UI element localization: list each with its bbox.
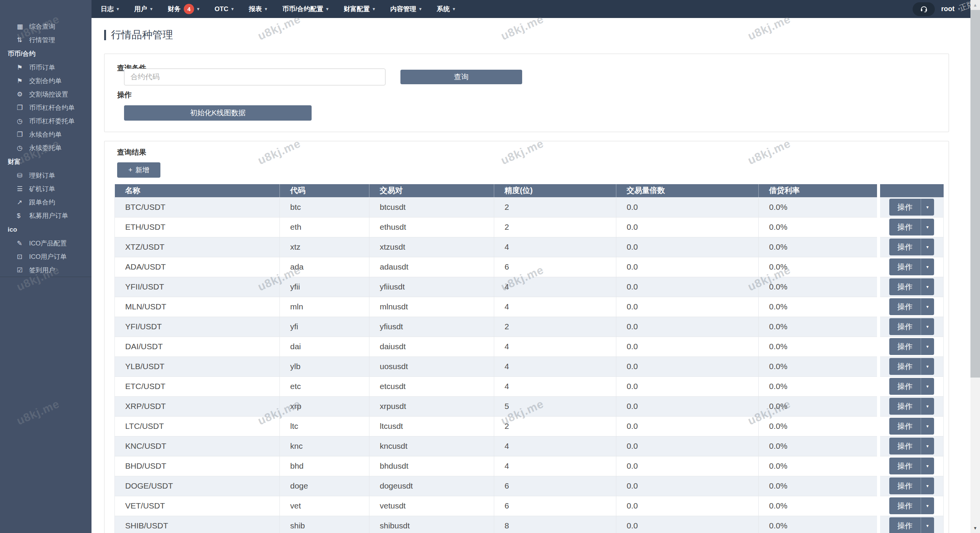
share-icon: ↗ [17,198,29,206]
navbar-menu-item[interactable]: 财富配置▾ [336,0,383,18]
row-action-button[interactable]: 操作 [889,497,921,514]
row-action-dropdown-button[interactable]: ▾ [921,438,934,455]
row-action-button[interactable]: 操作 [889,418,921,435]
chevron-down-icon: ▾ [265,7,267,11]
table-cell: xrp [280,396,369,416]
row-action-dropdown-button[interactable]: ▾ [921,258,934,275]
init-kline-button[interactable]: 初始化K线图数据 [124,105,312,121]
sidebar-item[interactable]: ⚙交割场控设置 [0,88,91,101]
scrollbar-thumb[interactable] [970,10,980,378]
sidebar-item[interactable]: ⊡ICO用户订单 [0,250,91,263]
navbar-menu-item[interactable]: 内容管理▾ [382,0,429,18]
row-actions-cell: 操作▾ [879,516,944,533]
table-cell: ADA/USDT [115,257,280,277]
navbar-menu-item[interactable]: 用户▾ [127,0,160,18]
sidebar-item[interactable]: ◷永续委托单 [0,141,91,155]
table-cell: ada [280,257,369,277]
row-action-dropdown-button[interactable]: ▾ [921,298,934,315]
sidebar-item[interactable]: ☑签到用户 [0,263,91,277]
chevron-down-icon: ▾ [926,324,929,329]
sidebar-item[interactable]: ⛁理财订单 [0,169,91,182]
add-button-label: 新增 [136,165,149,175]
sidebar-item[interactable]: ☰矿机订单 [0,182,91,196]
row-action-button[interactable]: 操作 [889,318,921,335]
row-action-dropdown-button[interactable]: ▾ [921,219,934,235]
navbar-menu-item[interactable]: 系统▾ [429,0,463,18]
sidebar-item-label: 币币杠杆委托单 [29,117,75,126]
navbar-menu-item[interactable]: 币币/合约配置▾ [275,0,336,18]
table-cell: etcusdt [369,376,494,396]
clipboard-gear-icon: ⚙ [17,90,29,98]
navbar-menu-item[interactable]: 报表▾ [241,0,275,18]
sidebar-item[interactable]: ⚑交割合约单 [0,74,91,88]
sidebar-item-label: ICO产品配置 [29,239,67,248]
row-action-dropdown-button[interactable]: ▾ [921,338,934,355]
row-action-button[interactable]: 操作 [889,438,921,455]
row-action-dropdown-button[interactable]: ▾ [921,517,934,533]
sidebar-section-header: ico [0,222,91,237]
column-header: 借贷利率 [759,184,879,197]
row-action-button[interactable]: 操作 [889,239,921,255]
row-action-dropdown-button[interactable]: ▾ [921,239,934,255]
sidebar-item[interactable]: ✎ICO产品配置 [0,237,91,250]
sidebar-item[interactable]: ❐币币杠杆合约单 [0,101,91,114]
row-action-button[interactable]: 操作 [889,398,921,415]
row-action-dropdown-button[interactable]: ▾ [921,199,934,216]
row-action-dropdown-button[interactable]: ▾ [921,458,934,474]
navbar-menu-label: 财务 [168,5,181,13]
sidebar-item[interactable]: ❐永续合约单 [0,128,91,141]
row-action-button[interactable]: 操作 [889,258,921,275]
support-button[interactable] [913,2,935,16]
row-action-dropdown-button[interactable]: ▾ [921,497,934,514]
table-cell: YFII/USDT [115,277,280,297]
user-menu[interactable]: root ▾ [941,5,960,13]
sidebar-item[interactable]: ◷币币杠杆委托单 [0,114,91,128]
sidebar-item[interactable]: ↗跟单合约 [0,196,91,209]
row-action-button[interactable]: 操作 [889,298,921,315]
row-action-button[interactable]: 操作 [889,458,921,474]
row-action-button[interactable]: 操作 [889,477,921,494]
row-actions-cell: 操作▾ [879,476,944,496]
table-cell: KNC/USDT [115,436,280,456]
search-button[interactable]: 查询 [400,70,522,84]
row-action-button[interactable]: 操作 [889,358,921,375]
add-button[interactable]: + 新增 [117,162,160,178]
row-action-button[interactable]: 操作 [889,199,921,216]
table-cell: shibusdt [369,516,494,533]
navbar-menu-item[interactable]: OTC▾ [207,0,241,18]
row-action-dropdown-button[interactable]: ▾ [921,278,934,295]
row-action-button[interactable]: 操作 [889,278,921,295]
row-action-dropdown-button[interactable]: ▾ [921,398,934,415]
plus-icon: + [128,166,132,174]
table-cell: 0.0 [616,516,759,533]
row-action-button[interactable]: 操作 [889,378,921,395]
table-cell: xrpusdt [369,396,494,416]
grid-icon: ▦ [17,23,29,31]
row-action-dropdown-button[interactable]: ▾ [921,418,934,435]
table-cell: 0.0% [759,376,879,396]
row-action-dropdown-button[interactable]: ▾ [921,358,934,375]
scrollbar[interactable]: ▲ ▼ [970,0,980,533]
row-action-dropdown-button[interactable]: ▾ [921,318,934,335]
scrollbar-up-button[interactable]: ▲ [970,0,980,10]
row-action-dropdown-button[interactable]: ▾ [921,477,934,494]
row-actions-cell: 操作▾ [879,297,944,317]
navbar-menu-item[interactable]: 财务4▾ [160,0,207,18]
sidebar-item[interactable]: $私募用户订单 [0,209,91,222]
table-cell: 4 [494,277,616,297]
monitor-icon: ⊡ [17,253,29,261]
row-action-button[interactable]: 操作 [889,338,921,355]
navbar-menu-item[interactable]: 日志▾ [93,0,127,18]
query-panel: 查询条件 查询 操作 初始化K线图数据 [104,54,949,132]
row-action-button[interactable]: 操作 [889,517,921,533]
row-action-button[interactable]: 操作 [889,219,921,235]
table-row: VET/USDTvetvetusdt60.00.0%操作▾ [115,496,944,516]
sidebar-item[interactable]: ⚑币币订单 [0,61,91,74]
contract-code-input[interactable] [124,69,385,85]
sidebar-item[interactable]: ⇅行情管理 [0,33,91,47]
chevron-down-icon: ▾ [926,404,929,409]
scrollbar-down-button[interactable]: ▼ [970,523,980,533]
table-cell: mln [280,297,369,317]
row-action-dropdown-button[interactable]: ▾ [921,378,934,395]
sidebar-item[interactable]: ▦综合查询 [0,20,91,33]
